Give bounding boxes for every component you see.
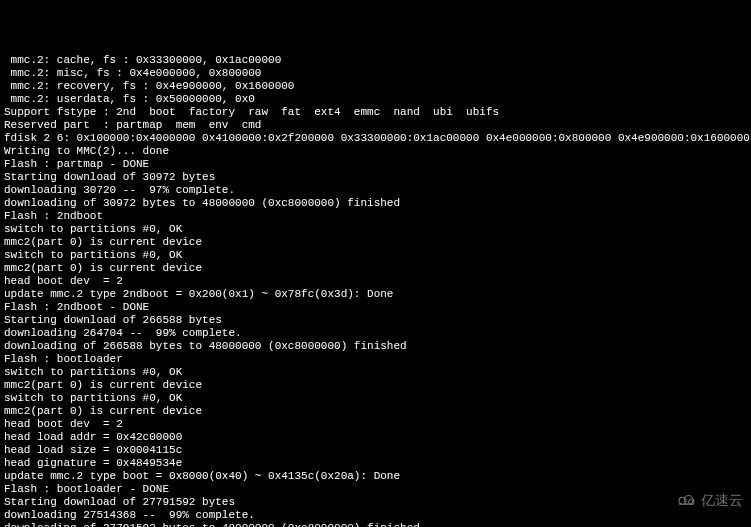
- terminal-line: downloading of 30972 bytes to 48000000 (…: [4, 197, 747, 210]
- terminal-line: mmc2(part 0) is current device: [4, 262, 747, 275]
- terminal-line: Starting download of 27791592 bytes: [4, 496, 747, 509]
- terminal-line: Flash : bootloader: [4, 353, 747, 366]
- terminal-line: head boot dev = 2: [4, 275, 747, 288]
- terminal-output: mmc.2: cache, fs : 0x33300000, 0x1ac0000…: [4, 54, 747, 527]
- terminal-line: Writing to MMC(2)... done: [4, 145, 747, 158]
- terminal-line: mmc.2: recovery, fs : 0x4e900000, 0x1600…: [4, 80, 747, 93]
- watermark-logo: 亿速云: [659, 479, 743, 521]
- watermark-text: 亿速云: [701, 494, 743, 507]
- terminal-line: Flash : partmap - DONE: [4, 158, 747, 171]
- terminal-line: update mmc.2 type boot = 0x8000(0x40) ~ …: [4, 470, 747, 483]
- terminal-line: Flash : 2ndboot: [4, 210, 747, 223]
- terminal-line: switch to partitions #0, OK: [4, 249, 747, 262]
- terminal-line: mmc2(part 0) is current device: [4, 379, 747, 392]
- terminal-line: head gignature = 0x4849534e: [4, 457, 747, 470]
- terminal-line: head boot dev = 2: [4, 418, 747, 431]
- terminal-line: mmc.2: misc, fs : 0x4e000000, 0x800000: [4, 67, 747, 80]
- terminal-line: downloading 264704 -- 99% complete.: [4, 327, 747, 340]
- terminal-line: switch to partitions #0, OK: [4, 223, 747, 236]
- terminal-line: Starting download of 30972 bytes: [4, 171, 747, 184]
- terminal-line: head load addr = 0x42c00000: [4, 431, 747, 444]
- terminal-line: Reserved part : partmap mem env cmd: [4, 119, 747, 132]
- terminal-line: downloading of 27791592 bytes to 4800000…: [4, 522, 747, 527]
- terminal-line: switch to partitions #0, OK: [4, 366, 747, 379]
- terminal-line: Flash : bootloader - DONE: [4, 483, 747, 496]
- terminal-line: mmc.2: userdata, fs : 0x50000000, 0x0: [4, 93, 747, 106]
- cloud-icon: [659, 479, 697, 521]
- terminal-line: fdisk 2 6: 0x100000:0x4000000 0x4100000:…: [4, 132, 747, 145]
- terminal-line: head load size = 0x0004115c: [4, 444, 747, 457]
- terminal-line: switch to partitions #0, OK: [4, 392, 747, 405]
- terminal-line: downloading 30720 -- 97% complete.: [4, 184, 747, 197]
- terminal-line: Starting download of 266588 bytes: [4, 314, 747, 327]
- terminal-line: mmc2(part 0) is current device: [4, 405, 747, 418]
- terminal-line: mmc2(part 0) is current device: [4, 236, 747, 249]
- terminal-line: update mmc.2 type 2ndboot = 0x200(0x1) ~…: [4, 288, 747, 301]
- terminal-line: downloading 27514368 -- 99% complete.: [4, 509, 747, 522]
- terminal-line: Support fstype : 2nd boot factory raw fa…: [4, 106, 747, 119]
- terminal-line: downloading of 266588 bytes to 48000000 …: [4, 340, 747, 353]
- terminal-line: Flash : 2ndboot - DONE: [4, 301, 747, 314]
- terminal-line: mmc.2: cache, fs : 0x33300000, 0x1ac0000…: [4, 54, 747, 67]
